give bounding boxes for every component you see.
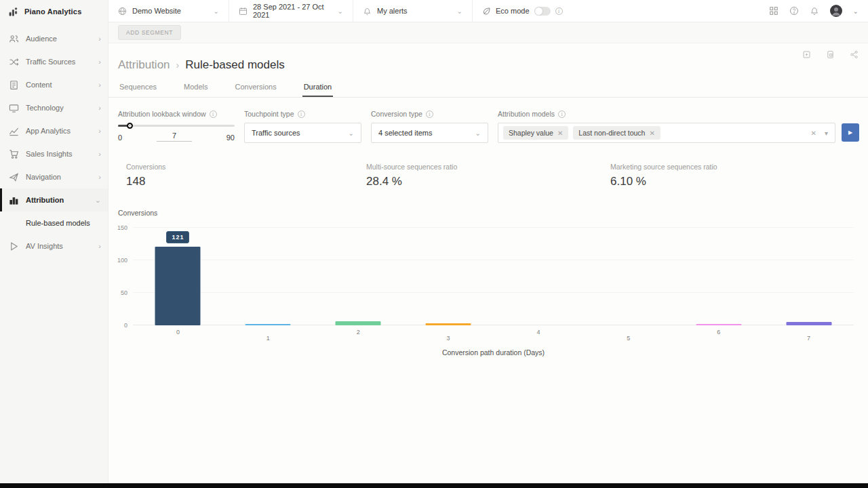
sidebar-item-sales-insights[interactable]: Sales Insights › — [0, 142, 108, 165]
y-axis-tick: 100 — [117, 257, 127, 264]
sidebar-item-content[interactable]: Content › — [0, 73, 108, 96]
leaf-icon — [482, 7, 491, 16]
sidebar-item-label: Traffic Sources — [26, 58, 92, 66]
bar-0[interactable] — [155, 247, 201, 325]
sidebar-item-label: AV Insights — [26, 242, 92, 250]
tab-duration[interactable]: Duration — [302, 80, 334, 97]
bar-slot: 2 — [313, 228, 403, 325]
y-axis-tick: 0 — [124, 322, 127, 329]
sidebar-subitem-rule-based-models[interactable]: Rule-based models — [0, 211, 108, 235]
people-icon — [8, 33, 19, 44]
alerts-selector[interactable]: My alerts ⌄ — [353, 0, 473, 22]
bar-7[interactable] — [786, 322, 831, 325]
touchpoint-type-value: Traffic sources — [252, 129, 300, 137]
notifications-bell-icon[interactable] — [810, 6, 819, 16]
bar-slot: 0121 — [133, 228, 223, 325]
sidebar-item-app-analytics[interactable]: App Analytics › — [0, 119, 108, 142]
share-icon[interactable] — [850, 50, 859, 59]
chevron-down-icon: ⌄ — [475, 129, 481, 137]
x-axis-tick: 2 — [357, 329, 360, 336]
chip-remove-icon[interactable]: ✕ — [557, 129, 563, 137]
y-axis-tick: 50 — [121, 289, 127, 296]
tab-models[interactable]: Models — [182, 80, 209, 97]
site-selector[interactable]: Demo Website ⌄ — [108, 0, 229, 22]
bar-6[interactable] — [696, 324, 741, 325]
bar-1[interactable] — [245, 324, 291, 325]
touchpoint-type-filter: Touchpoint type i Traffic sources ⌄ — [244, 110, 361, 143]
slider-track[interactable] — [118, 125, 235, 127]
conversions-chart: Conversions 05010015001211234567 Convers… — [108, 209, 868, 357]
export-copy-icon[interactable] — [826, 50, 835, 59]
sidebar-item-traffic-sources[interactable]: Traffic Sources › — [0, 50, 108, 73]
lookback-value-input[interactable] — [157, 131, 192, 142]
bar-slot: 7 — [764, 228, 854, 325]
piano-analytics-logo-icon — [8, 6, 19, 17]
add-segment-button[interactable]: ADD SEGMENT — [118, 25, 181, 40]
breadcrumb: Attribution › Rule-based models — [118, 58, 285, 72]
tab-bar: Sequences Models Conversions Duration — [108, 80, 868, 98]
info-icon: i — [426, 110, 433, 118]
chevron-down-icon: ⌄ — [338, 7, 343, 15]
chevron-down-icon: ⌄ — [214, 7, 219, 15]
chip-label: Last non-direct touch — [578, 129, 645, 137]
app-root: Piano Analytics Audience › Traffic Sourc… — [0, 0, 868, 488]
bell-icon — [363, 7, 372, 16]
save-bookmark-icon[interactable] — [802, 50, 811, 59]
bar-2[interactable] — [336, 321, 381, 325]
sidebar-item-attribution[interactable]: Attribution ⌄ — [0, 188, 108, 211]
lookback-label: Attribution lookback window — [118, 110, 206, 118]
attribution-models-label: Attribution models — [498, 110, 555, 118]
sidebar-item-navigation[interactable]: Navigation › — [0, 165, 108, 188]
chevron-right-icon: › — [98, 35, 101, 43]
conversion-type-label: Conversion type — [371, 110, 422, 118]
lookback-slider[interactable] — [118, 123, 235, 129]
kpi-value: 6.10 % — [610, 175, 717, 188]
brand-name: Piano Analytics — [24, 7, 82, 16]
eco-mode-toggle[interactable] — [534, 7, 551, 16]
bar-3[interactable] — [426, 323, 471, 325]
info-icon: i — [558, 110, 566, 118]
apps-grid-icon[interactable] — [769, 6, 778, 16]
x-axis-tick: 7 — [807, 335, 810, 342]
chevron-right-icon: › — [98, 242, 101, 250]
calendar-icon — [239, 7, 248, 16]
chevron-right-icon: › — [98, 58, 101, 66]
sidebar-item-audience[interactable]: Audience › — [0, 27, 108, 50]
kpi-label: Multi-source sequences ratio — [366, 163, 457, 171]
bar-slot: 6 — [673, 228, 764, 325]
site-name: Demo Website — [132, 7, 181, 15]
breadcrumb-parent[interactable]: Attribution — [118, 58, 170, 72]
kpi-label: Conversions — [126, 163, 165, 171]
info-icon: i — [210, 110, 217, 118]
chevron-down-icon[interactable]: ⌄ — [853, 7, 859, 15]
document-icon — [8, 79, 19, 90]
kpi-multi-source-ratio: Multi-source sequences ratio 28.4 % — [366, 163, 457, 188]
tab-sequences[interactable]: Sequences — [118, 80, 158, 97]
chip-label: Shapley value — [509, 129, 553, 137]
x-axis-tick: 5 — [627, 335, 630, 342]
model-chip-shapley: Shapley value ✕ — [503, 126, 568, 140]
apply-filters-button[interactable]: ▶ — [842, 123, 859, 142]
user-avatar[interactable] — [830, 5, 842, 17]
sidebar-item-technology[interactable]: Technology › — [0, 96, 108, 119]
tab-conversions[interactable]: Conversions — [234, 80, 278, 97]
clear-all-icon[interactable]: ✕ — [811, 129, 816, 137]
sidebar-item-label: Audience — [26, 35, 92, 43]
touchpoint-type-select[interactable]: Traffic sources ⌄ — [244, 123, 361, 143]
kpi-conversions: Conversions 148 — [126, 163, 165, 188]
slider-knob[interactable] — [127, 123, 133, 129]
sidebar-item-label: Sales Insights — [26, 150, 92, 158]
chip-remove-icon[interactable]: ✕ — [649, 129, 654, 137]
y-axis-tick: 150 — [117, 224, 127, 231]
chevron-down-icon[interactable]: ▾ — [825, 129, 828, 137]
bar-value-tooltip: 121 — [166, 231, 189, 243]
touchpoint-type-label: Touchpoint type — [244, 110, 294, 118]
help-icon[interactable] — [789, 6, 799, 16]
kpi-value: 28.4 % — [366, 175, 457, 188]
conversion-type-select[interactable]: 4 selected items ⌄ — [371, 123, 488, 143]
sidebar-item-av-insights[interactable]: AV Insights › — [0, 235, 108, 258]
date-range-selector[interactable]: 28 Sep 2021 - 27 Oct 2021 ⌄ — [229, 0, 353, 22]
bar-chart-icon — [8, 195, 19, 205]
attribution-models-multiselect[interactable]: Shapley value ✕ Last non-direct touch ✕ … — [498, 123, 835, 143]
chevron-down-icon: ⌄ — [95, 196, 101, 205]
